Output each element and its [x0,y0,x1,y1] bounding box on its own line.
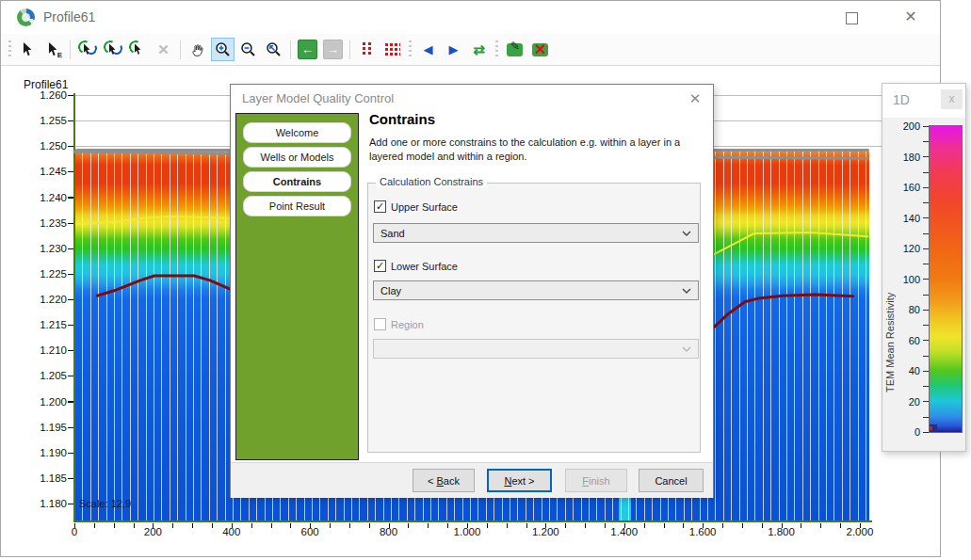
delete-node-tool-button[interactable] [126,38,150,61]
lower-surface-checkbox[interactable]: ✓ [374,260,386,272]
screen: Profile61 ✕ E ✕ [0,0,971,560]
colorbar-tick-label: 120 [903,243,920,254]
y-axis-tick-label: 1.240 [40,192,67,203]
groupbox-label: Calculation Constrains [376,176,487,187]
properties-glyph: E [57,51,62,59]
window-titlebar: Profile61 ✕ [1,1,940,35]
hand-icon [190,42,205,57]
panel-titlebar: 1D x [882,84,965,118]
horizontal-layers-tool-button[interactable] [380,38,404,61]
previous-profile-button[interactable]: ◀ [416,38,440,61]
wizard-step-point-result[interactable]: Point Result [243,196,351,216]
region-dropdown [373,339,699,359]
zoom-out-tool-button[interactable] [236,38,260,61]
edit-annotation-button[interactable]: ✎ [503,38,526,61]
x-axis-tick-label: 0 [72,526,77,539]
edit-model-tool-button[interactable] [75,38,99,61]
delete-annotation-button[interactable]: ✕ [528,38,552,61]
refresh-button[interactable]: ⇄ [467,38,491,61]
maximize-button[interactable] [846,12,858,24]
x-axis-tick-label: 1.800 [768,526,795,539]
calculation-constrains-group: Calculation Constrains ✓ Upper Surface S… [367,183,701,453]
x-axis-tick-label: 1.400 [610,526,638,539]
annotation-bubble-icon: ✕ [532,43,548,56]
y-axis-line [73,93,75,522]
annotation-bubble-icon: ✎ [507,43,523,56]
y-axis-tick-label: 1.220 [40,294,67,305]
refresh-icon: ⇄ [473,41,485,58]
next-button[interactable]: Next > [487,469,552,492]
y-axis-tick-label: 1.190 [40,447,67,458]
chevron-down-icon [682,288,691,294]
y-axis-tick-label: 1.260 [40,89,67,101]
lower-surface-label[interactable]: Lower Surface [391,261,458,272]
next-profile-button[interactable]: ▶ [442,38,465,61]
wizard-step-wells-or-models[interactable]: Wells or Models [243,147,351,168]
wizard-step-welcome[interactable]: Welcome [243,122,351,143]
chevron-down-icon [682,231,691,236]
y-axis-labels: 1.2601.2551.2501.2451.2401.2351.2301.225… [18,95,67,504]
x-axis-tick-label: 1.000 [454,526,481,539]
zoom-extents-icon [266,41,282,57]
finish-button[interactable]: Finish [565,469,627,492]
vertical-marker-tool-button[interactable] [355,38,379,61]
view-forward-button[interactable]: → [321,38,345,61]
pencil-icon: ✎ [510,40,520,53]
wizard-step-contrains[interactable]: Contrains [243,171,351,192]
select-properties-tool-button[interactable]: E [41,38,65,61]
back-arrow-icon: ← [298,40,317,59]
colorbar-tick-label: 60 [909,335,920,346]
window-title: Profile61 [43,9,95,24]
dialog-close-button[interactable]: ✕ [685,88,705,109]
region-row: Region [374,318,424,330]
view-back-button[interactable]: ← [296,38,319,61]
y-axis-tick-label: 1.200 [40,396,67,408]
chevron-down-icon [682,346,691,352]
y-axis-tick-label: 1.225 [40,268,67,280]
colorbar-panel-1d: 1D x TEM Mean Resistivity 20018016014012… [882,83,966,452]
wizard-steps-panel: Welcome Wells or Models Contrains Point … [235,113,359,460]
y-axis-tick-label: 1.180 [40,498,67,509]
colorbar-tick-label: 0 [914,426,920,438]
panel-close-button[interactable]: x [941,89,963,109]
red-x-icon: ✕ [534,40,546,58]
toolbar-grip[interactable] [409,40,412,59]
zoom-in-icon [215,41,231,57]
colorbar-tick-label: 200 [903,120,920,132]
zoom-out-icon [240,41,256,57]
toolbar: E ✕ ← → ◀ [1,34,940,66]
lower-surface-row: ✓ Lower Surface [374,260,458,272]
y-axis-tick-label: 1.195 [40,422,67,433]
x-axis-tick-label: 1.600 [689,526,717,539]
colorbar-tick-labels: 200180160140120100806040200 [884,126,920,432]
dialog-description: Add one or more constrains to the calcul… [369,136,704,164]
zoom-in-tool-button[interactable] [211,38,235,61]
delete-selection-button[interactable]: ✕ [152,38,175,61]
layer-model-quality-control-dialog: Layer Model Quality Control ✕ Welcome We… [230,84,714,498]
toolbar-grip[interactable] [8,40,11,59]
back-button[interactable]: < Back [413,469,475,492]
toolbar-grip[interactable] [495,40,498,59]
close-window-button[interactable]: ✕ [900,7,921,27]
scale-label: Scale: 12,9 [79,498,131,509]
cancel-button[interactable]: Cancel [639,469,704,492]
select-tool-button[interactable] [16,38,40,61]
panel-title: 1D [893,92,910,107]
main-window: Profile61 ✕ E ✕ [0,0,941,557]
region-checkbox[interactable] [374,318,386,330]
colorbar-tick-label: 100 [903,274,920,285]
pan-tool-button[interactable] [186,38,209,61]
upper-surface-dropdown[interactable]: Sand [373,223,699,243]
y-axis-tick-label: 1.235 [40,217,67,229]
pointer-icon [22,42,34,56]
zoom-extents-tool-button[interactable] [262,38,285,61]
x-axis-tick-label: 600 [301,526,319,539]
dialog-title: Layer Model Quality Control [242,91,394,105]
move-node-tool-button[interactable] [101,38,124,61]
toolbar-separator [290,40,291,59]
x-axis-line [73,520,872,522]
upper-surface-label[interactable]: Upper Surface [391,201,458,213]
lower-surface-dropdown[interactable]: Clay [373,280,699,300]
colorbar-tick-label: 180 [903,152,920,163]
upper-surface-checkbox[interactable]: ✓ [374,200,386,213]
